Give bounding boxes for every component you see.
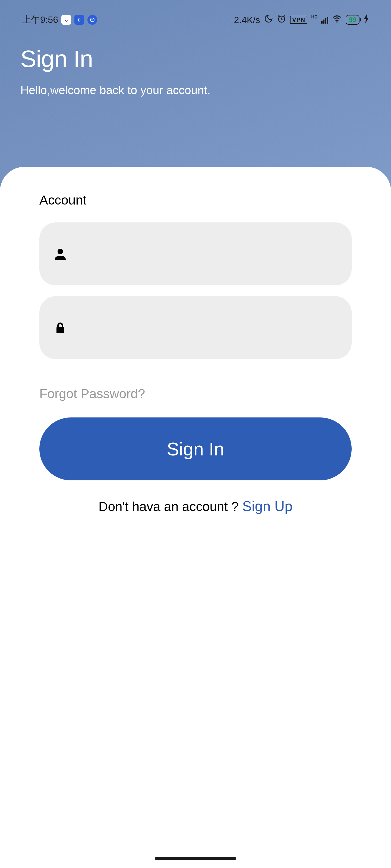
- username-input[interactable]: [76, 222, 338, 285]
- app-indicator-3-icon: [87, 15, 97, 25]
- svg-text:⟨⟩: ⟨⟩: [78, 18, 81, 22]
- forgot-password-link[interactable]: Forgot Password?: [39, 386, 145, 401]
- hd-indicator: HD: [311, 14, 317, 20]
- app-indicator-2-icon: ⟨⟩: [75, 15, 84, 25]
- signin-card: Account Forgot Password? Sign In Don't h…: [0, 167, 391, 868]
- password-input-wrap[interactable]: [39, 296, 352, 359]
- page-subtitle: Hello,welcome back to your account.: [20, 84, 371, 97]
- alarm-icon: [277, 14, 286, 26]
- no-account-text: Don't hava an account ?: [99, 499, 243, 514]
- vpn-indicator: VPN: [290, 16, 307, 24]
- charging-icon: [363, 14, 369, 26]
- dnd-icon: [264, 14, 273, 26]
- signup-link[interactable]: Sign Up: [242, 498, 292, 514]
- account-section-label: Account: [39, 193, 352, 208]
- svg-point-3: [336, 22, 338, 23]
- status-bar: 上午9:56 ⌄ ⟨⟩ 2.4K/s VPN HD 99: [0, 0, 391, 34]
- svg-rect-5: [56, 327, 64, 333]
- signin-button[interactable]: Sign In: [39, 417, 352, 480]
- battery-indicator: 99: [346, 15, 360, 25]
- data-rate: 2.4K/s: [234, 14, 260, 25]
- page-title: Sign In: [20, 45, 371, 73]
- wifi-icon: [332, 14, 342, 26]
- signup-row: Don't hava an account ? Sign Up: [39, 498, 352, 514]
- app-indicator-1-icon: ⌄: [61, 15, 71, 25]
- status-time: 上午9:56: [22, 13, 58, 26]
- status-left: 上午9:56 ⌄ ⟨⟩: [22, 13, 97, 26]
- cellular-signal-icon: [321, 16, 328, 24]
- username-input-wrap[interactable]: [39, 222, 352, 285]
- user-icon: [53, 247, 67, 261]
- svg-point-4: [58, 249, 63, 254]
- password-input[interactable]: [76, 296, 338, 359]
- status-right: 2.4K/s VPN HD 99: [234, 14, 369, 26]
- header: Sign In Hello,welcome back to your accou…: [0, 34, 391, 97]
- lock-icon: [53, 320, 67, 335]
- home-indicator[interactable]: [155, 857, 236, 860]
